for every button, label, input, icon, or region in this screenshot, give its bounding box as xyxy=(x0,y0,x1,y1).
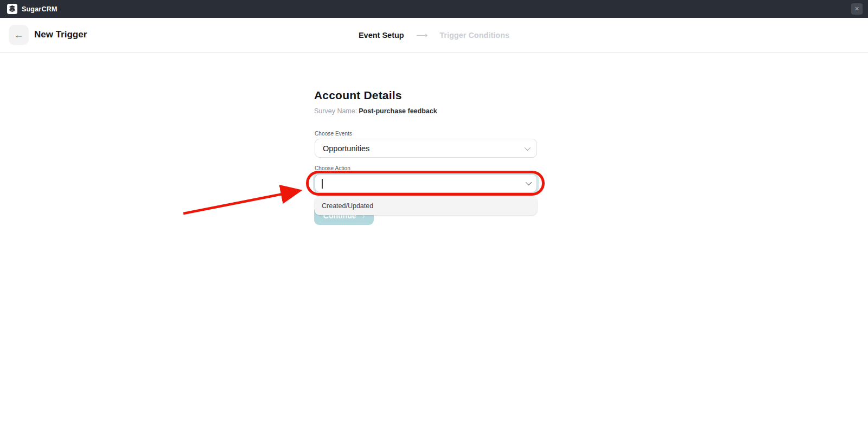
brand-name: SugarCRM xyxy=(22,5,58,13)
survey-name-value: Post-purchase feedback xyxy=(359,107,437,115)
highlight-arrow-annotation xyxy=(0,0,868,446)
choose-action-input[interactable] xyxy=(322,179,526,188)
choose-events-label: Choose Events xyxy=(315,131,352,137)
chevron-down-icon xyxy=(526,179,532,185)
step-trigger-conditions[interactable]: Trigger Conditions xyxy=(439,31,509,40)
survey-name-line: Survey Name:Post-purchase feedback xyxy=(314,107,437,115)
choose-events-value: Opportunities xyxy=(323,144,369,153)
choose-action-dropdown: Created/Updated xyxy=(315,196,537,215)
text-cursor xyxy=(322,179,323,189)
dropdown-option-created-updated[interactable]: Created/Updated xyxy=(315,196,537,215)
close-icon[interactable]: ✕ xyxy=(851,3,863,15)
section-title: Account Details xyxy=(314,89,402,102)
step-arrow-icon: ⟶ xyxy=(416,30,428,40)
breadcrumb: Event Setup ⟶ Trigger Conditions xyxy=(0,18,868,52)
choose-action-label: Choose Action xyxy=(315,165,350,171)
choose-events-select[interactable]: Opportunities xyxy=(315,139,537,158)
choose-action-combobox[interactable] xyxy=(315,174,537,192)
sugarcrm-logo-icon xyxy=(7,4,17,14)
survey-name-label: Survey Name: xyxy=(314,107,357,115)
chevron-down-icon xyxy=(525,144,531,150)
page-header: ← New Trigger Event Setup ⟶ Trigger Cond… xyxy=(0,18,868,53)
step-event-setup[interactable]: Event Setup xyxy=(359,31,404,40)
app-topbar: SugarCRM ✕ xyxy=(0,0,868,18)
